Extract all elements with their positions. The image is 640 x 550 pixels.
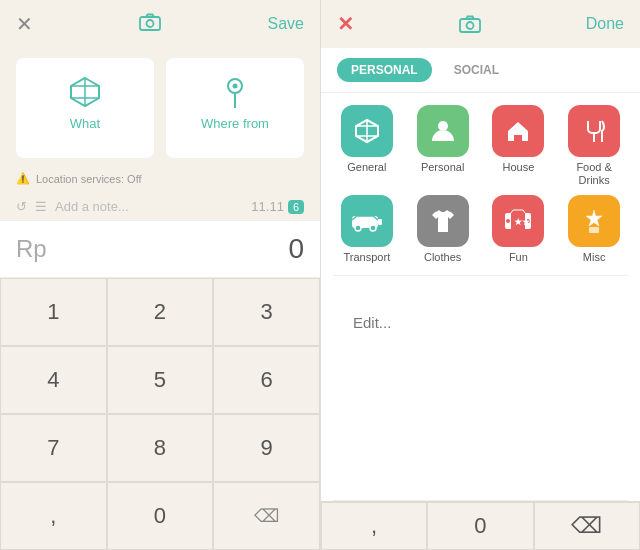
- personal-icon-wrap: [417, 105, 469, 157]
- key-3[interactable]: 3: [213, 278, 320, 346]
- category-fun[interactable]: ★★ Fun: [485, 195, 553, 263]
- misc-icon-wrap: [568, 195, 620, 247]
- tabs-row: PERSONAL SOCIAL: [321, 48, 640, 93]
- close-button-right[interactable]: ✕: [337, 12, 354, 36]
- category-general[interactable]: General: [333, 105, 401, 187]
- where-from-label: Where from: [201, 116, 269, 131]
- key-9[interactable]: 9: [213, 414, 320, 482]
- misc-label: Misc: [583, 251, 606, 263]
- edit-section: [321, 276, 640, 500]
- clothes-icon-wrap: [417, 195, 469, 247]
- camera-icon-left[interactable]: [139, 13, 161, 36]
- transport-icon-wrap: [341, 195, 393, 247]
- left-header: ✕ Save: [0, 0, 320, 48]
- categories-grid: General Personal House: [321, 93, 640, 275]
- badge-number: 6: [288, 200, 304, 214]
- food-label: Food & Drinks: [560, 161, 628, 187]
- date-badge: 11.11 6: [251, 199, 304, 214]
- svg-point-11: [355, 225, 361, 231]
- left-panel: ✕ Save What Where from: [0, 0, 320, 550]
- key-0[interactable]: 0: [107, 482, 214, 550]
- numpad: 1 2 3 4 5 6 7 8 9 , 0 ⌫: [0, 278, 320, 550]
- svg-text:★★: ★★: [514, 217, 531, 227]
- svg-rect-4: [460, 19, 480, 32]
- key-8[interactable]: 8: [107, 414, 214, 482]
- svg-rect-19: [589, 227, 599, 233]
- fun-label: Fun: [509, 251, 528, 263]
- house-icon-wrap: [492, 105, 544, 157]
- transport-label: Transport: [344, 251, 391, 263]
- clothes-label: Clothes: [424, 251, 461, 263]
- category-clothes[interactable]: Clothes: [409, 195, 477, 263]
- add-note-label[interactable]: Add a note...: [55, 199, 129, 214]
- bottom-zero[interactable]: 0: [427, 502, 533, 550]
- general-icon-wrap: [341, 105, 393, 157]
- amount-row: Rp 0: [0, 220, 320, 278]
- svg-rect-0: [140, 17, 160, 30]
- right-header: ✕ Done: [321, 0, 640, 48]
- key-backspace[interactable]: ⌫: [213, 482, 320, 550]
- location-warning: ⚠️ Location services: Off: [0, 168, 320, 193]
- category-food[interactable]: Food & Drinks: [560, 105, 628, 187]
- category-misc[interactable]: Misc: [560, 195, 628, 263]
- modal-content: PERSONAL SOCIAL General: [321, 48, 640, 550]
- personal-label: Personal: [421, 161, 464, 173]
- refresh-icon: ↺: [16, 199, 27, 214]
- fun-icon-wrap: ★★: [492, 195, 544, 247]
- list-icon: ☰: [35, 199, 47, 214]
- date-text: 11.11: [251, 199, 284, 214]
- warning-text: Location services: Off: [36, 173, 142, 185]
- svg-point-3: [233, 84, 238, 89]
- warning-icon: ⚠️: [16, 172, 30, 185]
- camera-section-right: [459, 15, 481, 33]
- svg-rect-13: [378, 219, 382, 225]
- category-personal[interactable]: Personal: [409, 105, 477, 187]
- key-comma[interactable]: ,: [0, 482, 107, 550]
- where-from-card[interactable]: Where from: [166, 58, 304, 158]
- edit-input[interactable]: [349, 292, 636, 352]
- svg-point-16: [506, 219, 510, 223]
- svg-point-1: [147, 20, 154, 27]
- food-icon-wrap: [568, 105, 620, 157]
- currency-label: Rp: [16, 235, 47, 263]
- key-1[interactable]: 1: [0, 278, 107, 346]
- svg-point-5: [466, 22, 473, 29]
- category-cards-row: What Where from: [0, 48, 320, 168]
- close-button-left[interactable]: ✕: [16, 12, 33, 36]
- category-transport[interactable]: Transport: [333, 195, 401, 263]
- key-7[interactable]: 7: [0, 414, 107, 482]
- note-row: ↺ ☰ Add a note... 11.11 6: [0, 193, 320, 220]
- bottom-backspace[interactable]: ⌫: [534, 502, 640, 550]
- key-5[interactable]: 5: [107, 346, 214, 414]
- key-4[interactable]: 4: [0, 346, 107, 414]
- svg-point-12: [370, 225, 376, 231]
- svg-point-6: [438, 121, 448, 131]
- key-2[interactable]: 2: [107, 278, 214, 346]
- general-label: General: [347, 161, 386, 173]
- house-label: House: [502, 161, 534, 173]
- tab-personal[interactable]: PERSONAL: [337, 58, 432, 82]
- tab-social[interactable]: SOCIAL: [440, 58, 513, 82]
- done-button[interactable]: Done: [586, 15, 624, 33]
- right-panel: ✕ Done PERSONAL SOCIAL: [320, 0, 640, 550]
- key-6[interactable]: 6: [213, 346, 320, 414]
- category-house[interactable]: House: [485, 105, 553, 187]
- what-label: What: [70, 116, 100, 131]
- note-icons: ↺ ☰ Add a note...: [16, 199, 129, 214]
- what-card[interactable]: What: [16, 58, 154, 158]
- bottom-comma[interactable]: ,: [321, 502, 427, 550]
- save-button-left[interactable]: Save: [268, 15, 304, 33]
- bottom-numpad: , 0 ⌫: [321, 501, 640, 550]
- amount-value: 0: [288, 233, 304, 265]
